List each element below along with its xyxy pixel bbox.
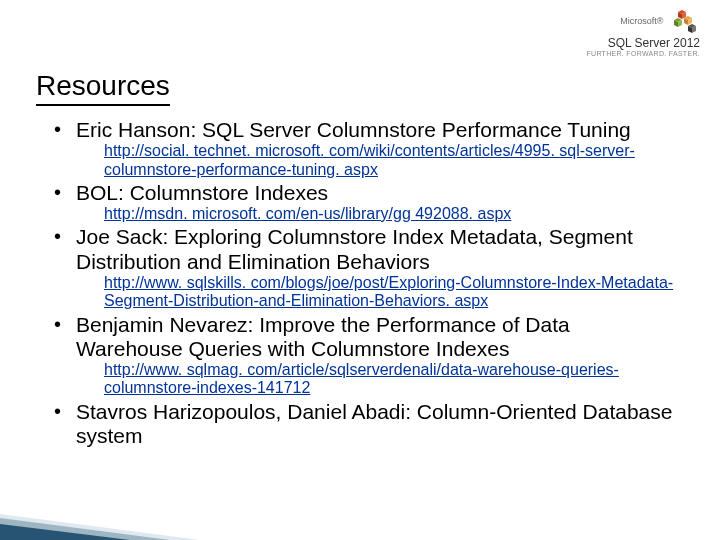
- item-link[interactable]: http://www. sqlmag. com/article/sqlserve…: [104, 361, 680, 398]
- list-item: BOL: Columnstore Indexes http://msdn. mi…: [48, 181, 680, 224]
- item-title: Benjamin Nevarez: Improve the Performanc…: [76, 313, 680, 361]
- svg-marker-14: [0, 514, 200, 540]
- item-title: Stavros Harizopoulos, Daniel Abadi: Colu…: [76, 400, 680, 448]
- list-item: Stavros Harizopoulos, Daniel Abadi: Colu…: [48, 400, 680, 448]
- item-link[interactable]: http://msdn. microsoft. com/en-us/librar…: [104, 205, 680, 223]
- item-title: Joe Sack: Exploring Columnstore Index Me…: [76, 225, 680, 273]
- cubes-icon: [670, 8, 700, 36]
- brand-logo-area: Microsoft® SQL Server: [586, 8, 700, 57]
- corner-accent-icon: [0, 514, 200, 540]
- brand-name: SQL Server 2012: [586, 36, 700, 50]
- resource-list: Eric Hanson: SQL Server Columnstore Perf…: [48, 118, 680, 450]
- list-item: Benjamin Nevarez: Improve the Performanc…: [48, 313, 680, 398]
- item-title: Eric Hanson: SQL Server Columnstore Perf…: [76, 118, 680, 142]
- list-item: Joe Sack: Exploring Columnstore Index Me…: [48, 225, 680, 310]
- item-link[interactable]: http://social. technet. microsoft. com/w…: [104, 142, 680, 179]
- brand-prefix: Microsoft®: [620, 16, 663, 26]
- item-link[interactable]: http://www. sqlskills. com/blogs/joe/pos…: [104, 274, 680, 311]
- page-title: Resources: [36, 70, 170, 106]
- item-title: BOL: Columnstore Indexes: [76, 181, 680, 205]
- list-item: Eric Hanson: SQL Server Columnstore Perf…: [48, 118, 680, 179]
- brand-tagline: FURTHER. FORWARD. FASTER.: [586, 50, 700, 57]
